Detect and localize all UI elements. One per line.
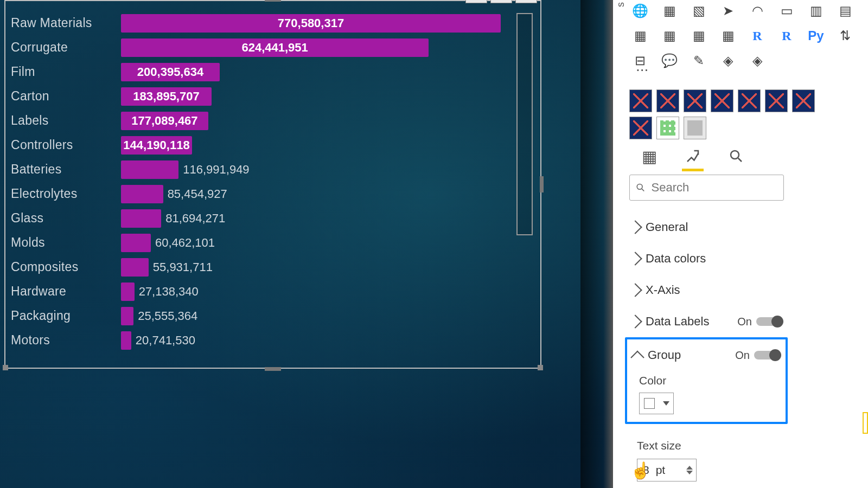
- chart-row: Carton183,895,707: [10, 84, 520, 108]
- resize-handle-br[interactable]: [538, 365, 543, 370]
- bar[interactable]: [121, 331, 131, 350]
- qa-icon[interactable]: 💬: [659, 51, 680, 70]
- chart-visual-frame[interactable]: Raw Materials770,580,317Corrugate624,441…: [4, 0, 541, 369]
- data-label: 55,931,711: [153, 260, 213, 274]
- search-input[interactable]: [652, 181, 778, 195]
- custom-visual-3[interactable]: [684, 89, 706, 112]
- more-visual-icon[interactable]: ◈: [746, 51, 768, 70]
- filled-map-icon[interactable]: ▦: [659, 1, 680, 21]
- gallery-more-icon[interactable]: ···: [633, 66, 654, 82]
- pane-tabs: ▦: [637, 145, 748, 167]
- category-label: Packaging: [10, 309, 121, 323]
- data-label: 81,694,271: [165, 211, 225, 226]
- section-group-highlight: Group On Color: [625, 337, 788, 424]
- bar-area: 116,991,949: [121, 160, 520, 179]
- text-size-spinner[interactable]: [686, 466, 693, 474]
- bar-area: 200,395,634: [121, 63, 520, 81]
- key-influencers-icon[interactable]: ⇅: [834, 26, 856, 46]
- bar[interactable]: [121, 307, 133, 325]
- gauge-icon[interactable]: ◠: [746, 1, 768, 21]
- group-color-picker[interactable]: [639, 393, 674, 414]
- visual-header-btn-3[interactable]: [515, 0, 537, 3]
- smart-narrative-icon[interactable]: ✎: [688, 51, 710, 70]
- custom-visual-7[interactable]: [792, 89, 815, 112]
- bar-area: 177,089,467: [121, 112, 520, 130]
- category-label: Composites: [10, 260, 121, 274]
- bar-area: 55,931,711: [121, 258, 520, 277]
- custom-visual-8[interactable]: [629, 117, 652, 139]
- custom-visual-5[interactable]: [738, 89, 761, 112]
- section-data-colors[interactable]: Data colors: [625, 243, 788, 274]
- bar[interactable]: [121, 282, 135, 301]
- data-labels-toggle[interactable]: [756, 317, 782, 326]
- group-toggle[interactable]: [754, 351, 780, 359]
- resize-handle-right[interactable]: [540, 176, 544, 192]
- data-label: 60,462,101: [155, 236, 215, 250]
- custom-visuals-row: [629, 89, 815, 112]
- category-label: Batteries: [10, 162, 121, 177]
- arrow-icon[interactable]: ➤: [717, 1, 739, 21]
- globe-icon[interactable]: 🌐: [629, 1, 651, 21]
- card-icon[interactable]: ▭: [776, 1, 797, 21]
- matrix-icon[interactable]: ▦: [688, 26, 710, 46]
- slicer-icon[interactable]: ▦: [629, 26, 651, 46]
- spinner-down-icon[interactable]: [686, 471, 693, 474]
- svg-point-1: [637, 184, 642, 189]
- data-label: 20,741,530: [136, 333, 195, 348]
- format-search[interactable]: [629, 175, 784, 201]
- custom-visual-6[interactable]: [765, 89, 788, 112]
- section-x-axis-label: X-Axis: [646, 283, 782, 297]
- custom-visual-2[interactable]: [656, 89, 679, 112]
- visual-header-buttons: [465, 0, 537, 3]
- paginated-icon[interactable]: ◈: [717, 51, 739, 70]
- report-canvas[interactable]: Raw Materials770,580,317Corrugate624,441…: [0, 0, 613, 488]
- resize-handle-bottom[interactable]: [265, 367, 281, 371]
- bar-area: 144,190,118: [121, 136, 520, 155]
- r-script-icon[interactable]: R: [776, 26, 797, 46]
- kpi-icon[interactable]: ▤: [834, 1, 856, 21]
- custom-visual-10[interactable]: [684, 117, 706, 139]
- collapsed-pane-tab[interactable]: s: [615, 2, 627, 7]
- chart-row: Molds60,462,101: [10, 230, 520, 255]
- bar[interactable]: [121, 209, 161, 228]
- resize-handle-bl[interactable]: [3, 365, 8, 370]
- data-label: 177,089,467: [131, 114, 197, 128]
- custom-visual-4[interactable]: [711, 89, 733, 112]
- visual-header-btn-1[interactable]: [465, 0, 487, 3]
- color-swatch: [644, 398, 655, 409]
- shape-map-icon[interactable]: ▧: [688, 1, 710, 21]
- category-label: Motors: [10, 333, 121, 348]
- custom-visual-9[interactable]: [656, 117, 679, 139]
- bar[interactable]: [121, 258, 149, 277]
- data-label: 25,555,364: [138, 309, 197, 323]
- visual-header-btn-2[interactable]: [490, 0, 512, 3]
- section-x-axis[interactable]: X-Axis: [625, 274, 788, 306]
- fields-pane-peek[interactable]: [863, 412, 868, 434]
- bar-area: 85,454,927: [121, 185, 520, 203]
- table-icon[interactable]: ▦: [659, 26, 680, 46]
- custom-visual-1[interactable]: [629, 89, 652, 112]
- section-group[interactable]: Group On: [627, 339, 786, 371]
- pivot-icon[interactable]: ▦: [717, 26, 739, 46]
- section-data-labels[interactable]: Data Labels On: [625, 306, 788, 337]
- format-tab-icon[interactable]: [681, 145, 705, 167]
- fields-tab-icon[interactable]: ▦: [637, 145, 661, 167]
- bar-area: 81,694,271: [121, 209, 520, 228]
- section-general[interactable]: General: [625, 211, 788, 243]
- bar[interactable]: [121, 160, 178, 179]
- data-label: 200,395,634: [137, 65, 203, 79]
- r-visual-icon[interactable]: R: [746, 26, 768, 46]
- python-visual-icon[interactable]: Py: [805, 26, 827, 46]
- bar[interactable]: [121, 234, 151, 252]
- analytics-tab-icon[interactable]: [724, 145, 748, 167]
- multi-card-icon[interactable]: ▥: [805, 1, 827, 21]
- bar[interactable]: [121, 185, 163, 203]
- bar-area: 770,580,317: [121, 14, 520, 33]
- category-label: Electrolytes: [10, 187, 121, 201]
- section-group-label: Group: [648, 348, 730, 362]
- resize-handle-top[interactable]: [265, 0, 281, 2]
- spinner-up-icon[interactable]: [686, 466, 693, 470]
- bar-area: 624,441,951: [121, 38, 520, 57]
- section-general-label: General: [646, 220, 782, 234]
- data-label: 624,441,951: [241, 41, 308, 55]
